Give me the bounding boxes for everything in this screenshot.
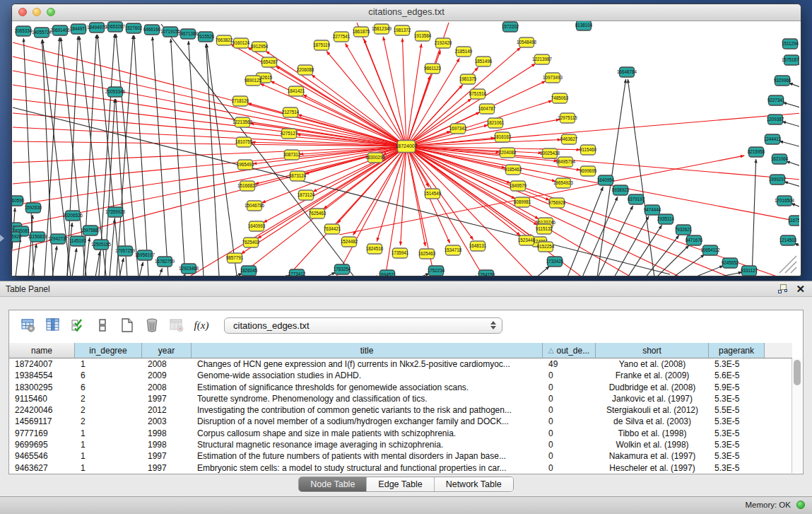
- graph-edge[interactable]: [582, 197, 618, 276]
- graph-edge[interactable]: [789, 83, 799, 90]
- graph-node[interactable]: 10653287: [105, 22, 126, 32]
- graph-edge[interactable]: [52, 246, 57, 276]
- graph-node[interactable]: 1514549: [424, 189, 442, 199]
- graph-edge[interactable]: [13, 146, 406, 163]
- graph-edge[interactable]: [206, 44, 219, 276]
- graph-node[interactable]: 9463627: [560, 134, 578, 144]
- graph-edge[interactable]: [406, 146, 425, 246]
- table-row[interactable]: 1830029562008Estimation of significance …: [9, 382, 792, 393]
- graph-edge[interactable]: [231, 45, 406, 146]
- graph-node[interactable]: 9227341: [767, 95, 785, 105]
- graph-node[interactable]: 18495794: [555, 157, 576, 167]
- graph-node[interactable]: 17957259: [115, 246, 136, 256]
- graph-node[interactable]: 1604787: [478, 104, 496, 114]
- graph-node[interactable]: 1621064: [771, 154, 789, 164]
- graph-edge[interactable]: [119, 258, 124, 276]
- graph-node[interactable]: 18494979: [87, 23, 107, 33]
- table-row[interactable]: 946554611997Estimation of the future num…: [9, 450, 792, 462]
- graph-node[interactable]: 1524482: [341, 237, 358, 247]
- graph-node[interactable]: 9331127: [741, 266, 758, 276]
- graph-node[interactable]: 12505185: [91, 240, 112, 250]
- graph-node[interactable]: 15046786: [245, 201, 265, 211]
- graph-node[interactable]: 2192428: [435, 38, 452, 48]
- graph-node[interactable]: 7634421: [324, 224, 341, 234]
- graph-node[interactable]: 16782759: [155, 257, 175, 267]
- graph-node[interactable]: 1214503: [779, 235, 797, 245]
- graph-node[interactable]: 2065334: [15, 26, 33, 36]
- graph-edge[interactable]: [655, 245, 689, 276]
- column-header-pagerank[interactable]: pagerank: [709, 343, 765, 358]
- column-header-name[interactable]: name: [9, 343, 75, 358]
- graph-edge[interactable]: [159, 268, 163, 276]
- network-graph[interactable]: 7663822916012489129541654287234261598901…: [12, 21, 799, 276]
- graph-node[interactable]: 15751874: [782, 55, 799, 65]
- graph-node[interactable]: 2204088: [499, 148, 517, 158]
- graph-node[interactable]: 1981372: [394, 25, 411, 35]
- create-column-button[interactable]: [118, 316, 136, 334]
- graph-node[interactable]: 7625463: [309, 209, 326, 218]
- graph-node[interactable]: 1873124: [298, 190, 315, 200]
- scrollbar-thumb[interactable]: [794, 360, 801, 385]
- graph-node[interactable]: 7485063: [551, 93, 569, 103]
- table-settings-button[interactable]: [19, 316, 37, 334]
- graph-edge[interactable]: [779, 141, 799, 149]
- graph-edge[interactable]: [110, 219, 114, 276]
- table-row[interactable]: 1456911722003Disruption of a novel membe…: [9, 416, 792, 427]
- graph-node[interactable]: 10973493: [543, 73, 563, 83]
- graph-edge[interactable]: [784, 182, 799, 189]
- graph-node[interactable]: 10025438: [540, 148, 560, 158]
- graph-node[interactable]: 1511294: [782, 39, 799, 49]
- graph-node[interactable]: 1167533: [788, 216, 799, 226]
- graph-node[interactable]: 9890125: [245, 76, 262, 86]
- graph-edge[interactable]: [406, 146, 484, 276]
- graph-node[interactable]: 1844971: [70, 24, 88, 34]
- graph-node[interactable]: 9115132: [536, 224, 553, 234]
- graph-node[interactable]: 10548498: [517, 37, 537, 47]
- graph-edge[interactable]: [13, 146, 406, 250]
- graph-node[interactable]: 1851496: [475, 57, 493, 66]
- graph-node[interactable]: 8751516: [469, 89, 487, 99]
- graph-node[interactable]: 8938923: [612, 185, 630, 195]
- table-row[interactable]: 1938455462009Genome-wide association stu…: [9, 370, 792, 381]
- graph-edge[interactable]: [16, 238, 20, 276]
- graph-node[interactable]: 1244413: [764, 134, 782, 144]
- graph-node[interactable]: 1861875: [353, 27, 370, 37]
- graph-edge[interactable]: [134, 35, 148, 276]
- graph-node[interactable]: 1640954: [597, 175, 615, 185]
- graph-node[interactable]: 9185463: [505, 165, 522, 175]
- network-canvas[interactable]: 7663822916012489129541654287234261598901…: [12, 21, 799, 276]
- graph-edge[interactable]: [72, 248, 76, 276]
- graph-node[interactable]: 9699695: [579, 166, 597, 176]
- graph-node[interactable]: 12923468: [179, 264, 199, 274]
- graph-node[interactable]: 1733426: [546, 257, 564, 267]
- column-header-year[interactable]: year: [142, 343, 192, 358]
- graph-node[interactable]: 20206526: [63, 211, 83, 221]
- graph-node[interactable]: 7625402: [242, 238, 260, 247]
- graph-node[interactable]: 1697343: [449, 124, 467, 134]
- graph-node[interactable]: 1764150: [478, 270, 495, 276]
- graph-node[interactable]: 1752234: [428, 266, 445, 276]
- graph-node[interactable]: 1572202: [502, 22, 519, 32]
- panel-collapse-arrow[interactable]: [0, 235, 4, 242]
- graph-node[interactable]: 1527602: [125, 23, 143, 33]
- graph-node[interactable]: 1841421: [288, 86, 305, 96]
- graph-edge[interactable]: [322, 272, 336, 276]
- graph-edge[interactable]: [710, 272, 742, 276]
- graph-edge[interactable]: [791, 204, 799, 211]
- graph-node[interactable]: 8138104: [575, 21, 593, 30]
- graph-node[interactable]: 1694521: [379, 270, 396, 276]
- window-resize-grip[interactable]: [777, 255, 798, 274]
- graph-node[interactable]: 10975887: [81, 226, 101, 235]
- graph-node[interactable]: 10654112: [700, 245, 720, 255]
- graph-node[interactable]: 1145193: [69, 236, 87, 246]
- table-row[interactable]: 2242004622012Investigating the contribut…: [9, 404, 792, 416]
- tab-network-table[interactable]: Network Table: [435, 477, 513, 491]
- graph-node[interactable]: 12213987: [532, 54, 553, 64]
- graph-node[interactable]: 2185149: [455, 47, 473, 57]
- graph-node[interactable]: 12213563: [233, 117, 253, 127]
- function-builder-button[interactable]: f(x): [192, 316, 211, 334]
- graph-node[interactable]: 9857791: [226, 253, 244, 263]
- graph-node[interactable]: 1875119: [313, 40, 331, 50]
- table-vertical-scrollbar[interactable]: [792, 358, 802, 473]
- graph-node[interactable]: 6379197: [628, 194, 645, 204]
